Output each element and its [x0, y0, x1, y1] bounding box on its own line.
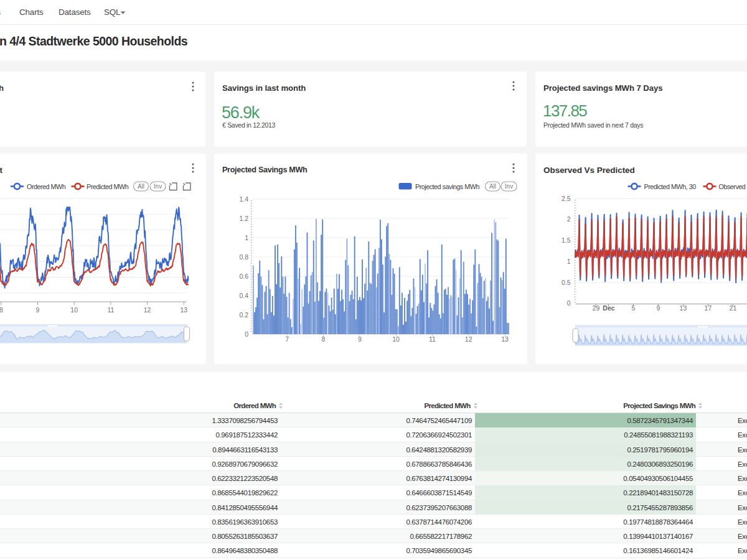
svg-text:13: 13 [679, 304, 687, 312]
svg-text:1: 1 [245, 234, 248, 241]
svg-text:1.5: 1.5 [561, 236, 570, 244]
svg-text:11: 11 [107, 306, 114, 314]
svg-text:2.5: 2.5 [561, 195, 570, 202]
svg-text:10: 10 [70, 306, 78, 314]
svg-text:0.6: 0.6 [239, 273, 248, 280]
svg-text:9: 9 [656, 304, 660, 312]
svg-text:Ordered MWh: Ordered MWh [27, 183, 66, 190]
svg-text:Predicted MWh, 30: Predicted MWh, 30 [644, 183, 696, 190]
svg-text:0.8: 0.8 [239, 253, 248, 261]
svg-text:0: 0 [566, 299, 570, 307]
svg-text:Inv: Inv [504, 183, 512, 190]
svg-text:12: 12 [464, 335, 472, 343]
svg-text:10: 10 [392, 335, 400, 343]
svg-text:17: 17 [704, 304, 712, 312]
svg-text:2: 2 [566, 215, 570, 223]
svg-text:Inv: Inv [154, 183, 162, 190]
svg-text:9: 9 [357, 335, 361, 343]
svg-text:All: All [138, 183, 144, 190]
svg-text:8: 8 [321, 335, 325, 343]
svg-text:29: 29 [592, 304, 599, 312]
svg-text:1.4: 1.4 [239, 195, 248, 203]
svg-text:All: All [489, 183, 496, 190]
svg-text:Predicted MWh: Predicted MWh [87, 183, 129, 190]
svg-text:0.5: 0.5 [561, 279, 570, 286]
svg-text:1.2: 1.2 [239, 215, 248, 222]
svg-text:5: 5 [631, 304, 635, 312]
svg-text:Dec: Dec [603, 304, 614, 312]
svg-text:1: 1 [566, 258, 570, 265]
svg-text:Projected savings MWh: Projected savings MWh [415, 183, 479, 190]
svg-text:13: 13 [501, 335, 509, 343]
svg-text:7: 7 [285, 335, 289, 343]
svg-text:0.4: 0.4 [239, 292, 248, 299]
svg-text:12: 12 [144, 306, 151, 314]
svg-text:21: 21 [729, 304, 736, 312]
svg-text:8: 8 [0, 306, 3, 314]
svg-text:9: 9 [36, 306, 40, 314]
svg-text:0: 0 [245, 330, 248, 338]
svg-text:0.2: 0.2 [239, 311, 248, 319]
svg-text:Observed: Observed [718, 183, 745, 190]
svg-text:13: 13 [180, 306, 187, 314]
svg-text:11: 11 [428, 335, 435, 343]
